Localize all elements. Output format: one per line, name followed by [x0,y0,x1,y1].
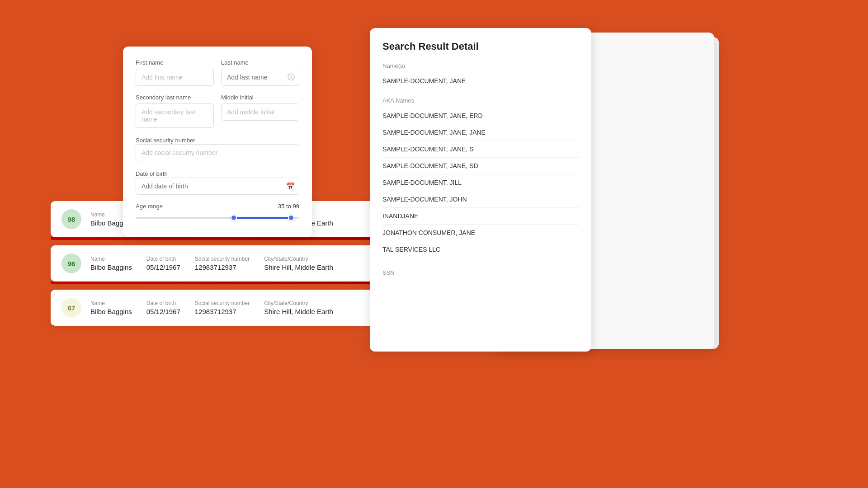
aka-value-3: SAMPLE-DOCUMENT, JANE, SD [382,158,579,174]
ssn-label-2: Social security number [195,256,250,262]
aka-section: AKA Names SAMPLE-DOCUMENT, JANE, ERD SAM… [382,97,579,258]
calendar-icon: 📅 [286,182,295,191]
middle-initial-label: Middle initial [221,94,299,101]
middle-initial-input[interactable]: Add middle initial [221,103,299,121]
result-fields-3: Name Bilbo Baggins Date of birth 05/12/1… [90,300,394,315]
aka-value-5: SAMPLE-DOCUMENT, JOHN [382,191,579,208]
secondary-last-name-group: Secondary last name Add secondary last n… [136,94,214,128]
result-location-field-2: City/State/Country Shire Hill, Middle Ea… [264,256,333,271]
name-value-3: Bilbo Baggins [90,308,132,315]
first-name-input[interactable]: Add first name [136,69,214,86]
aka-value-7: JONATHON CONSUMER, JANE [382,225,579,241]
detail-title: Search Result Detail [382,41,579,52]
aka-value-4: SAMPLE-DOCUMENT, JILL [382,174,579,191]
last-name-label: Last name [221,59,299,66]
names-value: SAMPLE-DOCUMENT, JANE [382,73,579,89]
ssn-label: Social security number [136,137,195,144]
location-label-2: City/State/Country [264,256,333,262]
middle-initial-group: Middle initial Add middle initial [221,94,299,128]
score-badge-98: 98 [61,209,81,229]
ssn-section: SSN [382,266,579,276]
first-name-label: First name [136,59,214,66]
detail-card: Search Result Detail Name(s) SAMPLE-DOCU… [370,28,591,352]
location-label-3: City/State/Country [264,300,333,306]
secondary-last-name-label: Secondary last name [136,94,214,101]
ssn-group: Social security number Add social securi… [136,136,299,161]
result-dob-field-2: Date of birth 05/12/1967 [146,256,180,271]
ssn-value-3: 12983712937 [195,308,250,315]
aka-section-label: AKA Names [382,97,579,104]
ssn-label-3: Social security number [195,300,250,306]
name-label-3: Name [90,300,132,306]
age-range-slider[interactable] [136,213,299,222]
dob-label-2: Date of birth [146,256,180,262]
last-name-group: Last name ⓘ [221,59,299,86]
result-location-field-3: City/State/Country Shire Hill, Middle Ea… [264,300,333,315]
name-value-2: Bilbo Baggins [90,263,132,271]
age-range-group: Age range 35 to 99 [136,203,299,222]
aka-value-8: TAL SERVICES LLC [382,241,579,258]
result-name-field-2: Name Bilbo Baggins [90,256,132,271]
result-ssn-field-2: Social security number 12983712937 [195,256,250,271]
dob-input[interactable] [136,178,299,195]
aka-value-2: SAMPLE-DOCUMENT, JANE, S [382,141,579,158]
result-ssn-field-3: Social security number 12983712937 [195,300,250,315]
slider-thumb-right[interactable] [288,215,294,221]
dob-group: Date of birth 📅 [136,169,299,195]
search-form-card: First name Add first name Last name ⓘ Se… [123,47,312,237]
first-name-group: First name Add first name [136,59,214,86]
score-badge-96: 96 [61,253,81,273]
location-value-3: Shire Hill, Middle Earth [264,308,333,315]
ssn-value-2: 12983712937 [195,263,250,271]
info-icon: ⓘ [288,73,295,82]
location-value-2: Shire Hill, Middle Earth [264,263,333,271]
result-fields-2: Name Bilbo Baggins Date of birth 05/12/1… [90,256,394,271]
secondary-last-name-input[interactable]: Add secondary last name [136,103,214,128]
names-section: Name(s) SAMPLE-DOCUMENT, JANE [382,62,579,89]
dob-input-wrapper: 📅 [136,178,299,195]
age-range-value: 35 to 99 [278,203,299,210]
result-name-field-3: Name Bilbo Baggins [90,300,132,315]
slider-track [136,217,299,219]
dob-value-2: 05/12/1967 [146,263,180,271]
dob-label: Date of birth [136,170,168,177]
dob-value-3: 05/12/1967 [146,308,180,315]
last-name-input-wrapper: ⓘ [221,69,299,86]
score-badge-67: 67 [61,298,81,318]
result-dob-field-3: Date of birth 05/12/1967 [146,300,180,315]
ssn-input[interactable]: Add social security number [136,144,299,161]
slider-thumb-left[interactable] [231,215,237,221]
ssn-section-label: SSN [382,266,579,276]
age-range-label: Age range [136,203,163,210]
name-label-2: Name [90,256,132,262]
dob-label-3: Date of birth [146,300,180,306]
names-section-label: Name(s) [382,62,579,69]
slider-fill [234,217,291,219]
aka-value-0: SAMPLE-DOCUMENT, JANE, ERD [382,108,579,124]
aka-value-6: INANDJANE [382,208,579,225]
aka-value-1: SAMPLE-DOCUMENT, JANE, JANE [382,124,579,141]
